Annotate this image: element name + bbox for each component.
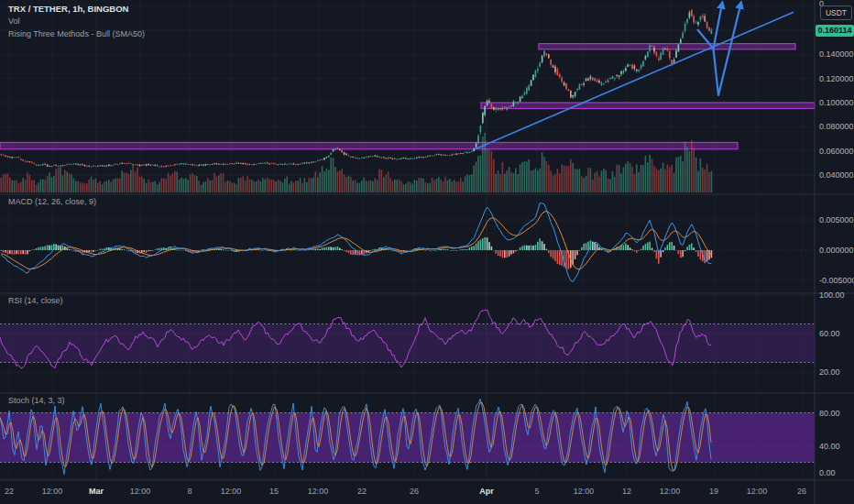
price-axis[interactable]: 0. USDT 0.160114 0.1400000.1200000.10000… (816, 0, 854, 480)
last-price-tag: 0.160114 (816, 25, 854, 37)
stoch-panel (0, 399, 815, 474)
time-axis-label: Mar (81, 487, 112, 496)
time-axis-label: 19 (698, 487, 729, 496)
volume-bars (0, 133, 712, 192)
price-tick: 0.140000 (819, 49, 854, 59)
time-axis-label: 12:00 (741, 487, 772, 496)
trendline-drawing (475, 12, 794, 149)
time-axis-label: 12 (611, 487, 642, 496)
price-tick: 0.080000 (819, 122, 854, 131)
time-axis-label: 26 (786, 487, 817, 496)
price-tick: 0.100000 (819, 98, 854, 107)
macd-lines (1, 203, 711, 282)
price-tick: 0.040000 (819, 170, 854, 180)
time-axis-label: 12:00 (215, 487, 246, 496)
time-axis-label: 12:00 (568, 487, 599, 496)
macd-tick: 0.005000 (819, 215, 854, 225)
macd-tick: -0.005000 (819, 276, 854, 285)
time-axis-label: 5 (521, 487, 553, 496)
rsi-panel (0, 310, 815, 368)
macd-histogram (0, 237, 712, 269)
time-axis-label: 12:00 (125, 487, 156, 496)
usdt-currency-button[interactable]: USDT (820, 5, 852, 20)
stoch-tick: 80.00 (819, 409, 840, 418)
price-tick: 0.060000 (819, 147, 854, 156)
chart-canvas[interactable] (0, 0, 854, 504)
trading-chart-app: TRX / TETHER, 1h, BINGBON Vol Rising Thr… (0, 0, 854, 504)
stoch-tick: 40.00 (819, 442, 840, 451)
time-axis-label: 15 (258, 487, 290, 496)
supply-demand-zones (0, 44, 815, 149)
time-axis-label: 22 (0, 487, 25, 496)
stoch-tick: 0.00 (819, 468, 836, 477)
time-axis-label: 26 (399, 487, 430, 496)
time-axis-label: 12:00 (654, 487, 685, 496)
time-axis-label: Apr (471, 487, 502, 496)
time-axis-label: 12:00 (37, 487, 68, 496)
rsi-tick: 100.00 (819, 290, 845, 300)
time-axis[interactable]: 2212:00Mar12:00812:001512:002226Apr512:0… (0, 480, 854, 504)
time-axis-label: 22 (346, 487, 378, 496)
time-axis-label: 8 (174, 487, 205, 496)
time-axis-label: 12:00 (302, 487, 334, 496)
macd-tick: 0.000000 (819, 246, 854, 255)
rsi-tick: 60.00 (819, 329, 840, 338)
price-tick: 0.120000 (819, 74, 854, 83)
rsi-tick: 20.00 (819, 367, 840, 377)
